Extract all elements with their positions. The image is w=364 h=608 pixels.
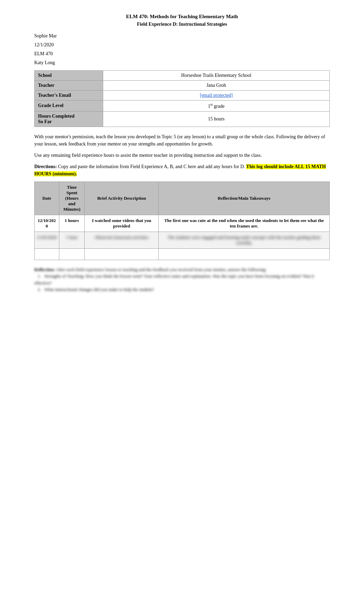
document-title: ELM 470: Methods for Teaching Elementary… bbox=[34, 14, 330, 20]
school-label: School bbox=[35, 71, 103, 81]
reflection-prompt: Reflection: After each field experience … bbox=[34, 266, 330, 273]
col-date: Date bbox=[35, 182, 59, 215]
log-table-row: 12/10/2020 1 hours I watched some videos… bbox=[35, 215, 330, 232]
log-table: Date Time Spent(Hours andMinutes) Brief … bbox=[34, 182, 330, 260]
hours-completed-value: 15 hours bbox=[103, 111, 330, 127]
log-time-1: 1 hours bbox=[59, 215, 85, 232]
table-row: Teacher's Email [email protected] bbox=[35, 91, 330, 101]
log-activity-2: Observed classroom activities bbox=[85, 232, 159, 248]
log-table-row: 11/05/2020 1 hour Observed classroom act… bbox=[35, 232, 330, 248]
log-date-3 bbox=[35, 248, 59, 260]
table-row: Grade Level 1st grade bbox=[35, 101, 330, 112]
instructor-name: Katy Long bbox=[34, 60, 330, 66]
student-name: Sophie Mar bbox=[34, 33, 330, 39]
col-activity: Brief Activity Description bbox=[85, 182, 159, 215]
col-time-spent: Time Spent(Hours andMinutes) bbox=[59, 182, 85, 215]
log-date-2: 11/05/2020 bbox=[35, 232, 59, 248]
info-table: School Horseshoe Trails Elementary Schoo… bbox=[34, 70, 330, 127]
teacher-value: Jana Groh bbox=[103, 81, 330, 91]
table-row: Hours CompletedSo Far 15 hours bbox=[35, 111, 330, 127]
grade-level-label: Grade Level bbox=[35, 101, 103, 112]
log-time-2: 1 hour bbox=[59, 232, 85, 248]
table-row: School Horseshoe Trails Elementary Schoo… bbox=[35, 71, 330, 81]
teacher-email-value: [email protected] bbox=[103, 91, 330, 101]
hours-completed-label: Hours CompletedSo Far bbox=[35, 111, 103, 127]
log-table-header-row: Date Time Spent(Hours andMinutes) Brief … bbox=[35, 182, 330, 215]
log-activity-3 bbox=[85, 248, 159, 260]
email-link[interactable]: [email protected] bbox=[200, 93, 233, 98]
grade-level-value: 1st grade bbox=[103, 101, 330, 112]
teacher-email-label: Teacher's Email bbox=[35, 91, 103, 101]
table-row: Teacher Jana Groh bbox=[35, 81, 330, 91]
log-activity-1: I watched some videos that you provided bbox=[85, 215, 159, 232]
submission-date: 12/1/2020 bbox=[34, 42, 330, 48]
log-reflection-3 bbox=[159, 248, 330, 260]
reflection-bullet-2: 2. What instructional changes did you ma… bbox=[34, 286, 330, 293]
school-value: Horseshoe Trails Elementary School bbox=[103, 71, 330, 81]
directions-label: Directions: bbox=[34, 164, 57, 169]
log-reflection-2: The students were engaged and learning m… bbox=[159, 232, 330, 248]
meta-block: Sophie Mar 12/1/2020 ELM 470 Katy Long bbox=[34, 33, 330, 66]
directions-paragraph: Directions: Copy and paste the informati… bbox=[34, 163, 330, 177]
course-code: ELM 470 bbox=[34, 51, 330, 57]
reflection-bullet-1: 1. Strengths of Teaching: How you think … bbox=[34, 273, 330, 286]
body-paragraph-2: Use any remaining field experience hours… bbox=[34, 152, 330, 159]
reflection-section: Reflection: After each field experience … bbox=[34, 266, 330, 293]
log-time-3 bbox=[59, 248, 85, 260]
directions-text: Copy and paste the information from Fiel… bbox=[57, 164, 246, 169]
body-paragraph-1: With your mentor's permission, teach the… bbox=[34, 133, 330, 148]
document-subtitle: Field Experience D: Instructional Strate… bbox=[34, 22, 330, 27]
log-table-row bbox=[35, 248, 330, 260]
log-reflection-1: The first one was cute at the end when s… bbox=[159, 215, 330, 232]
teacher-label: Teacher bbox=[35, 81, 103, 91]
col-reflection: Reflection/Main Takeaways bbox=[159, 182, 330, 215]
log-date-1: 12/10/2020 bbox=[35, 215, 59, 232]
